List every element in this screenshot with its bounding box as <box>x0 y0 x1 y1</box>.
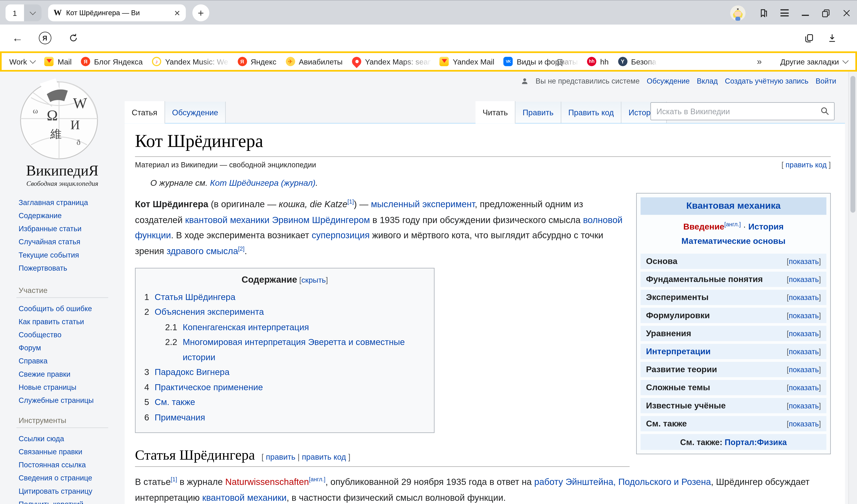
new-tab-button[interactable]: + <box>192 4 209 21</box>
sidebar-link[interactable]: Цитировать страницу <box>19 485 93 498</box>
bookmark-item[interactable]: Yandex Maps: sear <box>352 57 430 66</box>
toc-item[interactable]: 6 Примечания <box>144 410 425 425</box>
bookmark-item[interactable]: Яндекс <box>237 57 276 66</box>
bookmark-label: Авиабилеты <box>299 57 342 66</box>
tab-counter[interactable]: 1 <box>5 4 41 21</box>
show-toggle[interactable]: [показать] <box>787 420 821 428</box>
wikipedia-logo[interactable]: W Ω И 維 ω ð <box>15 75 103 162</box>
close-window-button[interactable] <box>836 1 857 25</box>
toc-item[interactable]: 2.1 Копенгагенская интерпретация <box>144 319 425 335</box>
sidebar-link[interactable]: Содержание <box>19 209 88 222</box>
reload-button[interactable] <box>65 24 82 51</box>
active-tab[interactable]: W Кот Шрёдингера — Ви ✕ <box>48 4 186 21</box>
bookmark-item[interactable]: Yandex Music: We <box>152 57 228 66</box>
tab-groups-button[interactable] <box>800 24 818 51</box>
infobox-intro-line2[interactable]: Математические основы <box>643 234 824 248</box>
bookmark-label: Mail <box>57 57 71 66</box>
bookmark-item[interactable]: Блог Яндекса <box>81 57 143 66</box>
show-toggle[interactable]: [показать] <box>787 257 821 266</box>
show-toggle[interactable]: [показать] <box>787 402 821 410</box>
downloads-button[interactable] <box>823 24 841 51</box>
section-edit-links[interactable]: [ править | править код ] <box>262 453 351 461</box>
toc-item[interactable]: 4 Практическое применение <box>144 380 425 395</box>
show-toggle[interactable]: [показать] <box>787 293 821 302</box>
edit-code-link[interactable]: [ править код ] <box>782 161 831 169</box>
close-tab-icon[interactable]: ✕ <box>174 9 180 17</box>
restore-button[interactable] <box>816 1 836 25</box>
sidebar-link[interactable]: Справка <box>19 355 94 368</box>
yandex-home-button[interactable]: Я <box>36 24 54 51</box>
bookmark-item[interactable]: Авиабилеты <box>286 57 342 66</box>
hatnote[interactable]: О журнале см. Кот Шрёдингера (журнал). <box>150 178 831 188</box>
toc-item[interactable]: 2 Объяснения эксперимента <box>144 304 425 319</box>
search-icon[interactable] <box>820 106 830 116</box>
bookmarks-overflow-button[interactable]: » <box>757 56 762 66</box>
tab-count[interactable]: 1 <box>5 4 24 21</box>
side-panel-button[interactable] <box>753 1 774 25</box>
chevron-down-icon <box>30 9 36 15</box>
sidebar-link[interactable]: Случайная статья <box>19 235 88 249</box>
bookmark-item[interactable]: Yandex Mail <box>440 57 494 66</box>
search-input[interactable] <box>651 102 835 120</box>
personal-link[interactable]: Создать учётную запись <box>725 77 808 85</box>
back-arrow-icon: ← <box>12 32 23 44</box>
show-toggle[interactable]: [показать] <box>787 312 821 319</box>
sidebar-link[interactable]: Служебные страницы <box>19 394 94 407</box>
sidebar-link[interactable]: Сообщить об ошибке <box>19 302 94 316</box>
view-tab[interactable]: Править <box>516 102 561 123</box>
sidebar-link[interactable]: Постоянная ссылка <box>19 458 93 472</box>
back-button[interactable]: ← <box>9 24 26 51</box>
sidebar-link[interactable]: Заглавная страница <box>19 196 88 209</box>
sidebar-link[interactable]: Сообщество <box>19 329 94 341</box>
sidebar-link[interactable]: Связанные правки <box>19 446 93 458</box>
bookmark-item[interactable]: hh <box>587 57 609 66</box>
wikipedia-page: W Ω И 維 ω ð ВикипедиЯ Свободная энциклоп… <box>0 71 857 504</box>
sidebar-link[interactable]: Новые страницы <box>19 381 94 394</box>
infobox-intro-line1[interactable]: Введение[англ.] · История <box>643 220 824 234</box>
personal-link[interactable]: Обсуждение <box>647 77 690 85</box>
sidebar-link[interactable]: Как править статьи <box>19 316 94 329</box>
personal-link[interactable]: Войти <box>816 77 836 85</box>
minimize-button[interactable] <box>795 1 816 25</box>
tab-list-chevron-button[interactable] <box>24 4 41 21</box>
svg-text:ω: ω <box>33 106 38 115</box>
toc-hide-toggle[interactable]: [скрыть] <box>297 275 328 284</box>
sidebar-link[interactable]: Получить короткий <box>19 498 93 504</box>
other-bookmarks-button[interactable]: Другие закладки <box>780 57 839 66</box>
show-toggle[interactable]: [показать] <box>787 347 821 355</box>
namespace-tab[interactable]: Обсуждение <box>165 102 226 123</box>
personal-link[interactable]: Вклад <box>697 77 718 85</box>
close-icon <box>842 9 851 17</box>
toc-item[interactable]: 1 Статья Шрёдингера <box>144 289 425 304</box>
bookmark-item[interactable]: Безопа <box>618 57 656 66</box>
sidebar-link[interactable]: Ссылки сюда <box>19 433 93 446</box>
show-toggle[interactable]: [показать] <box>787 366 821 374</box>
infobox-footer[interactable]: См. также: Портал:Физика <box>641 434 826 450</box>
show-toggle[interactable]: [показать] <box>787 384 821 392</box>
profile-avatar[interactable] <box>730 5 745 20</box>
wikipedia-slogan: Свободная энциклопедия <box>0 180 125 188</box>
namespace-tab[interactable]: Статья <box>125 101 165 124</box>
page-scrollbar[interactable] <box>848 71 857 504</box>
sidebar-link[interactable]: Свежие правки <box>19 368 94 381</box>
infobox-title[interactable]: Квантовая механика <box>641 197 826 215</box>
menu-button[interactable] <box>774 1 795 25</box>
sidebar-link[interactable]: Избранные статьи <box>19 222 88 235</box>
view-tab[interactable]: Править код <box>561 102 621 123</box>
bookmark-folder-work[interactable]: Work <box>9 57 35 66</box>
toc-item[interactable]: 3 Парадокс Вигнера <box>144 365 425 380</box>
scrollbar-thumb[interactable] <box>850 76 855 213</box>
view-tab[interactable]: Читать <box>475 101 516 124</box>
show-toggle[interactable]: [показать] <box>787 329 821 337</box>
sidebar-link[interactable]: Текущие события <box>19 249 88 262</box>
toc-item[interactable]: 2.2 Многомировая интерпретация Эверетта … <box>144 335 425 365</box>
bookmark-flag-icon[interactable] <box>556 58 564 67</box>
more-icon[interactable]: ⋯ <box>537 57 547 68</box>
show-toggle[interactable]: [показать] <box>787 275 821 284</box>
sidebar-link[interactable]: Пожертвовать <box>19 262 88 275</box>
bookmark-item[interactable]: Mail <box>45 57 72 66</box>
sidebar-link[interactable]: Форум <box>19 341 94 355</box>
sidebar-link[interactable]: Сведения о странице <box>19 472 93 485</box>
article-tagline: Материал из Википедии — свободной энцикл… <box>135 161 316 169</box>
toc-item[interactable]: 5 См. также <box>144 395 425 410</box>
